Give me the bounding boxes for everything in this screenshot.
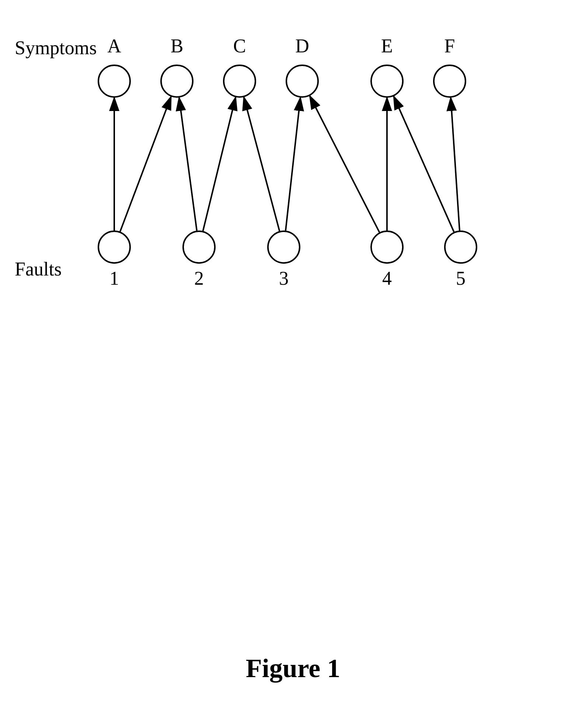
symptom-label-B: B (166, 35, 188, 57)
arrows-svg (0, 15, 586, 347)
symptom-node-E (370, 65, 404, 98)
fault-node-2 (182, 230, 216, 264)
symptom-node-C (223, 65, 256, 98)
arrow-9 (451, 98, 460, 230)
arrow-1 (120, 97, 171, 232)
arrow-7 (310, 96, 379, 232)
fault-node-5 (444, 230, 477, 264)
fault-label-2: 2 (188, 267, 210, 289)
arrow-3 (203, 97, 236, 231)
symptom-node-D (286, 65, 319, 98)
fault-label-4: 4 (376, 267, 398, 289)
symptom-node-F (433, 65, 466, 98)
symptom-node-A (98, 65, 131, 98)
faults-label: Faults (15, 258, 62, 280)
arrow-4 (244, 97, 280, 231)
symptom-label-C: C (229, 35, 251, 57)
symptom-label-F: F (439, 35, 461, 57)
fault-label-1: 1 (103, 267, 125, 289)
fault-node-1 (98, 230, 131, 264)
symptom-label-E: E (376, 35, 398, 57)
figure-label: Figure 1 (0, 653, 586, 684)
symptom-label-D: D (291, 35, 313, 57)
fault-label-3: 3 (273, 267, 295, 289)
fault-label-5: 5 (450, 267, 472, 289)
arrow-5 (286, 98, 300, 231)
symptoms-label: Symptoms (15, 37, 97, 59)
symptom-node-B (160, 65, 193, 98)
fault-node-4 (370, 230, 404, 264)
arrow-2 (179, 98, 197, 231)
diagram-container: Symptoms Faults ABCDEF 12345 (0, 15, 586, 347)
symptom-label-A: A (103, 35, 125, 57)
arrow-8 (394, 96, 454, 232)
fault-node-3 (267, 230, 300, 264)
